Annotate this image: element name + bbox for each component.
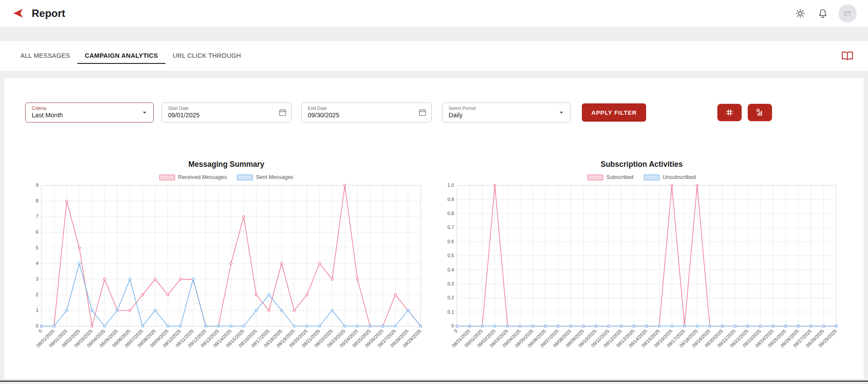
calendar-icon (278, 108, 287, 117)
user-avatar[interactable]: ZT (838, 4, 857, 23)
chart-legend: SubscribedUnsubscribed (442, 174, 842, 180)
tab-all-messages[interactable]: ALL MESSAGES (13, 48, 77, 64)
svg-text:0.8: 0.8 (447, 211, 454, 216)
report-tab-bar: ALL MESSAGES CAMPAIGN ANALYTICS URL CLIC… (0, 41, 868, 71)
header-actions: ZT (793, 4, 857, 23)
view-toggle-group (717, 104, 772, 121)
charts-row: Messaging Summary Received MessagesSent … (25, 160, 843, 367)
svg-text:1.0: 1.0 (447, 182, 454, 188)
subscription-activities-chart: Subscription Activities SubscribedUnsubs… (442, 160, 842, 367)
app-header: Report ZT (0, 0, 868, 26)
svg-text:7: 7 (36, 214, 38, 219)
chart-title: Subscription Activities (442, 160, 842, 169)
calendar-icon (418, 108, 427, 117)
svg-text:0: 0 (451, 323, 454, 328)
legend-item[interactable]: Subscribed (587, 174, 634, 180)
legend-label: Subscribed (606, 174, 634, 180)
criteria-label: Criteria (32, 106, 136, 111)
filter-row: Criteria Last Month Start Date 09/01/202… (25, 103, 843, 122)
svg-text:0.5: 0.5 (447, 253, 454, 258)
caret-down-icon (140, 108, 149, 117)
line-chart: 0123456789008/31/202509/01/202509/02/202… (26, 181, 427, 367)
svg-text:4: 4 (36, 261, 38, 266)
svg-text:6: 6 (36, 229, 38, 235)
start-date-label: Start Date (168, 106, 274, 111)
open-book-icon (842, 51, 853, 61)
legend-swatch (159, 175, 175, 180)
docs-button[interactable] (840, 49, 855, 63)
tab-url-click-through[interactable]: URL CLICK THROUGH (165, 48, 248, 64)
svg-text:0.6: 0.6 (447, 239, 454, 244)
theme-toggle-button[interactable] (793, 7, 807, 20)
svg-text:1: 1 (36, 308, 38, 313)
svg-text:0.7: 0.7 (447, 225, 454, 230)
line-chart: 00.10.20.30.40.50.60.70.80.91.0008/31/20… (442, 181, 842, 367)
svg-text:0: 0 (36, 323, 38, 328)
svg-text:0.3: 0.3 (447, 281, 454, 286)
svg-text:0: 0 (452, 328, 458, 334)
legend-swatch (237, 175, 253, 180)
legend-swatch (587, 175, 603, 180)
period-select[interactable]: Select Period Daily (442, 103, 571, 122)
start-date-field[interactable]: Start Date 09/01/2025 (162, 103, 292, 122)
arrow-left-icon (12, 7, 24, 19)
caret-down-icon (557, 108, 566, 117)
svg-text:8: 8 (36, 198, 38, 203)
sun-icon (795, 8, 805, 19)
chart-legend: Received MessagesSent Messages (26, 174, 427, 180)
criteria-select[interactable]: Criteria Last Month (25, 103, 154, 122)
start-date-value: 09/01/2025 (168, 111, 274, 119)
legend-label: Sent Messages (256, 174, 293, 180)
criteria-value: Last Month (32, 111, 136, 119)
end-date-value: 09/30/2025 (308, 111, 414, 119)
page-title: Report (32, 7, 65, 20)
apply-filter-button[interactable]: APPLY FILTER (582, 103, 646, 122)
end-date-label: End Date (308, 106, 414, 111)
chart-view-button[interactable] (748, 104, 772, 121)
notifications-button[interactable] (816, 7, 830, 20)
messaging-summary-chart: Messaging Summary Received MessagesSent … (26, 160, 427, 367)
svg-text:0.1: 0.1 (447, 309, 454, 314)
svg-text:5: 5 (36, 245, 38, 250)
legend-label: Unsubscribed (663, 174, 696, 180)
back-arrow-icon[interactable] (11, 7, 25, 20)
grid-icon (725, 108, 734, 117)
svg-text:2: 2 (36, 292, 38, 297)
table-view-button[interactable] (717, 104, 742, 121)
svg-text:0: 0 (37, 328, 43, 334)
legend-item[interactable]: Unsubscribed (644, 174, 696, 180)
svg-text:9: 9 (36, 182, 38, 188)
svg-text:3: 3 (36, 276, 38, 281)
window-bottom-edge (0, 381, 868, 382)
end-date-field[interactable]: End Date 09/30/2025 (301, 103, 432, 122)
legend-item[interactable]: Received Messages (159, 174, 227, 180)
campaign-analytics-panel: Criteria Last Month Start Date 09/01/202… (4, 78, 864, 379)
legend-label: Received Messages (178, 174, 227, 180)
svg-text:0.2: 0.2 (447, 295, 454, 300)
chart-title: Messaging Summary (26, 160, 427, 169)
bell-icon (818, 8, 828, 19)
svg-text:0.4: 0.4 (447, 267, 454, 272)
legend-item[interactable]: Sent Messages (237, 174, 293, 180)
tab-campaign-analytics[interactable]: CAMPAIGN ANALYTICS (77, 48, 165, 64)
svg-text:0.9: 0.9 (447, 197, 454, 202)
legend-swatch (644, 175, 660, 180)
bar-chart-icon (755, 108, 765, 117)
period-value: Daily (449, 111, 553, 119)
period-label: Select Period (449, 106, 553, 111)
